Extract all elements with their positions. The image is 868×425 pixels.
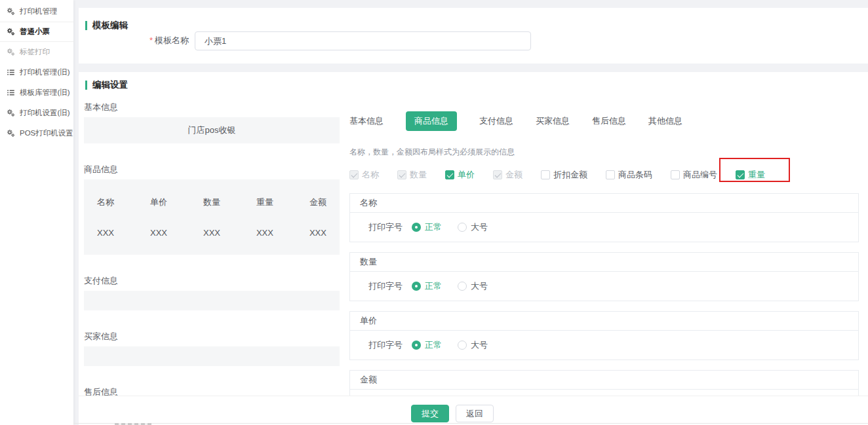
radio-circle[interactable] [458,282,467,291]
sidebar-item-normal-receipt[interactable]: 普通小票 [0,22,73,42]
section-title-text: 编辑设置 [92,79,128,91]
footer-bar: 提交 返回 [79,396,868,422]
checkbox-unit-price[interactable]: 单价 [445,169,475,181]
preview-section-product-info: 商品信息名称单价数量重量金额XXXXXXXXXXXXXXX [84,164,340,255]
checkbox-product-code[interactable]: 商品编号 [671,169,717,181]
preview-section-basic-info: 基本信息门店pos收银 [84,102,340,143]
list-icon [7,68,16,77]
section-accent-bar [85,21,87,30]
radio-label: 正常 [425,221,442,233]
panel-title: 名称 [350,194,858,213]
sidebar-item-printer-management[interactable]: 打印机管理 [0,1,73,22]
checkbox-label: 商品编号 [683,169,717,181]
cogs-icon [7,7,16,16]
radio-name-option[interactable]: 大号 [458,221,488,233]
checkbox-label: 数量 [410,169,427,181]
tab-other-info[interactable]: 其他信息 [648,111,682,131]
panel-title: 单价 [350,312,858,331]
required-fields-note: 名称，数量，金额因布局样式为必须展示的信息 [349,147,859,158]
sidebar-item-label-print[interactable]: 标签打印 [0,42,73,62]
checkbox-box[interactable] [493,170,502,179]
receipt-template-editor-app: 打印机管理普通小票标签打印打印机管理(旧)模板库管理(旧)打印机设置(旧)POS… [0,0,868,425]
tab-basic-info[interactable]: 基本信息 [349,111,384,131]
field-panels: 名称打印字号正常大号数量打印字号正常大号单价打印字号正常大号金额打印字号正常大号 [349,193,859,419]
radio-unit-price-selected[interactable]: 正常 [412,339,442,351]
checkbox-box[interactable] [397,170,406,179]
radio-circle[interactable] [412,282,421,291]
checkbox-product-barcode[interactable]: 商品条码 [606,169,652,181]
preview-col-header: 数量 [203,196,220,208]
footer-buttons: 提交 返回 [411,405,494,422]
cogs-icon [7,28,16,37]
radio-name-selected[interactable]: 正常 [412,221,442,233]
panel-body: 打印字号正常大号 [350,213,858,242]
radio-circle[interactable] [412,223,421,232]
radio-quantity-selected[interactable]: 正常 [412,280,442,292]
checkbox-label: 名称 [362,169,379,181]
checkbox-label: 单价 [458,169,475,181]
checkbox-box[interactable] [349,170,359,179]
radio-unit-price-option[interactable]: 大号 [458,339,488,351]
sidebar-item-printer-management-old[interactable]: 打印机管理(旧) [0,62,73,83]
tab-after-sales-info[interactable]: 售后信息 [592,111,626,131]
sidebar-item-label: 模板库管理(旧) [20,88,70,98]
cogs-icon [7,129,16,138]
sidebar-item-label: 普通小票 [20,27,50,37]
tab-buyer-info[interactable]: 买家信息 [536,111,570,131]
preview-table-value-row: XXXXXXXXXXXXXXX [84,228,340,238]
preview-section-payment-info: 支付信息 [84,275,340,310]
cogs-icon [7,109,16,118]
checkbox-label: 重量 [748,169,765,181]
preview-box-product-info: 名称单价数量重量金额XXXXXXXXXXXXXXX [84,179,340,255]
template-edit-card: 模板编辑 *模板名称 [79,8,868,64]
checkbox-label: 商品条码 [618,169,652,181]
checkbox-name[interactable]: 名称 [349,169,379,181]
preview-section-label: 买家信息 [84,331,340,342]
checkbox-box[interactable] [445,170,454,179]
checkbox-discount-amount[interactable]: 折扣金额 [541,169,587,181]
section-title-text: 模板编辑 [92,20,128,31]
sidebar-item-label: POS打印机设置 [20,128,73,138]
edit-settings-card: 编辑设置 基本信息门店pos收银商品信息名称单价数量重量金额XXXXXXXXXX… [79,72,868,425]
radio-circle[interactable] [412,341,421,350]
checkbox-box[interactable] [541,170,550,179]
template-name-input[interactable] [195,31,531,50]
radio-label: 大号 [471,221,488,233]
panel-body: 打印字号正常大号 [350,331,858,360]
checkbox-label: 金额 [505,169,523,181]
checkbox-weight-highlighted[interactable]: 重量 [736,169,765,181]
radio-circle[interactable] [458,223,467,232]
receipt-preview: 基本信息门店pos收银商品信息名称单价数量重量金额XXXXXXXXXXXXXXX… [84,102,340,425]
preview-cell: XXX [256,228,273,238]
radio-quantity-option[interactable]: 大号 [458,280,488,292]
radio-circle[interactable] [458,341,467,350]
edit-settings-title: 编辑设置 [85,79,128,91]
checkbox-box[interactable] [736,170,745,179]
tab-payment-info[interactable]: 支付信息 [479,111,513,131]
sidebar-item-template-library-old[interactable]: 模板库管理(旧) [0,83,73,103]
sidebar-item-label: 标签打印 [20,47,50,57]
checkbox-box[interactable] [606,170,615,179]
panel-title: 数量 [350,253,858,272]
tab-product-info[interactable]: 商品信息 [406,111,457,131]
radio-label: 大号 [471,339,488,351]
submit-button[interactable]: 提交 [411,405,449,422]
list-icon [7,88,16,98]
preview-cell: XXX [309,228,326,238]
print-font-size-label: 打印字号 [368,221,403,233]
preview-col-header: 名称 [97,196,114,208]
sidebar-item-label: 打印机管理(旧) [20,67,70,77]
sidebar-item-printer-settings-old[interactable]: 打印机设置(旧) [0,103,73,123]
section-accent-bar [85,81,87,90]
checkbox-box[interactable] [671,170,680,179]
sidebar-item-pos-printer-settings[interactable]: POS打印机设置 [0,123,73,143]
bottom-divider [73,423,868,424]
preview-cell: XXX [97,228,114,238]
radio-label: 正常 [425,280,442,292]
back-button[interactable]: 返回 [456,405,494,422]
info-tabs: 基本信息商品信息支付信息买家信息售后信息其他信息 [349,111,859,131]
cogs-icon [7,48,16,57]
checkbox-quantity[interactable]: 数量 [397,169,427,181]
field-panel-quantity: 数量打印字号正常大号 [349,252,859,301]
checkbox-amount[interactable]: 金额 [493,169,523,181]
